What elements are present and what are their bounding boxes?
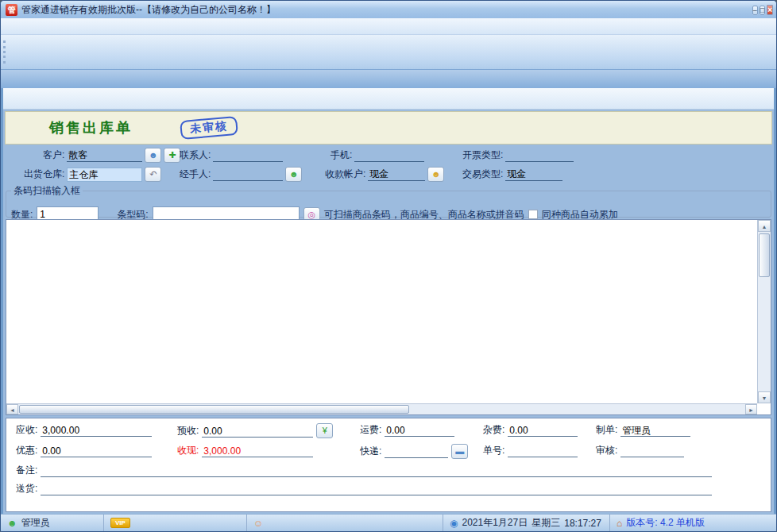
discount-value[interactable]: 0.00 [41,445,152,457]
vertical-scrollbar[interactable]: ▲ ▼ [757,220,771,403]
maximize-button[interactable]: □ [760,6,765,15]
autocombine-checkbox[interactable] [528,210,538,219]
receivable-field: 应收: 3,000.00 [16,423,152,437]
express-value[interactable] [385,445,448,458]
version-text: 版本号: 4.2 单机版 [626,516,705,530]
unaudited-stamp: 未审核 [180,116,238,140]
barcode-panel-legend: 条码扫描输入框 [11,184,83,198]
delivery-field: 送货: [16,482,712,495]
remark-label: 备注: [16,464,37,477]
receivable-value[interactable]: 3,000.00 [41,424,152,437]
home-icon: ⌂ [617,518,622,529]
main-toolbar [1,35,776,70]
customer-label: 客户: [43,148,64,162]
items-grid: ▲ ▼ ◄ ► [6,219,771,415]
invoice-type-label: 开票类型: [462,148,503,162]
statusbar-version: ⌂ 版本号: 4.2 单机版 [610,515,776,531]
tracking-label: 单号: [483,444,504,457]
order-info-panel: 客户: 散客 ☻ ✚ 联系人: 手机: 开票类型: 出货仓库: 主仓库 ↶ [3,145,774,184]
form-header: 销售出库单 未审核 [5,111,772,145]
handler-label: 经手人: [180,168,211,181]
cash-received-value[interactable]: 3,000.00 [202,445,313,457]
vertical-scroll-thumb[interactable] [759,233,770,277]
document-area: 销售出库单 未审核 客户: 散客 ☻ ✚ 联系人: 手机: 开票类型: [1,88,776,514]
invoice-type-input[interactable] [505,148,574,162]
maker-value: 管理员 [620,424,690,437]
discount-label: 优惠: [16,444,37,457]
cash-received-field: 收现: 3,000.00 [177,444,313,457]
delivery-value[interactable] [41,483,712,495]
invoice-type-field: 开票类型: [462,147,574,164]
search-icon: ◎ [307,210,315,219]
express-button[interactable]: ▬ [451,444,468,459]
mobile-field: 手机: [331,147,424,164]
person-icon: ☺ [253,518,263,529]
statusbar-weekday: 星期三 [532,516,560,530]
prepaid-field: 预收: 0.00 ¥ [177,423,333,438]
auditor-field: 审核: [596,444,684,457]
misc-fee-value[interactable]: 0.00 [508,424,578,437]
trade-type-input[interactable]: 现金 [505,168,562,181]
statusbar-vip: VIP [104,515,247,531]
gold-person-icon: ☻ [431,169,441,179]
account-input[interactable]: 现金 [368,168,425,181]
freight-value[interactable]: 0.00 [385,424,454,437]
handler-lookup-button[interactable]: ☻ [285,167,302,182]
document-toolbar [3,88,774,110]
misc-fee-field: 杂费: 0.00 [483,423,578,437]
prepaid-button[interactable]: ¥ [316,423,333,438]
tab-bar [1,70,776,88]
person-check-icon: ☻ [289,169,299,179]
form-title: 销售出库单 [49,118,133,137]
handler-input[interactable] [213,168,283,181]
title-bar: 管 管家通进销存有效期批次版--【请修改为自己的公司名称！】 –□× [1,1,776,18]
globe-icon: ◉ [450,518,458,529]
freight-field: 运费: 0.00 [360,423,454,437]
remark-value[interactable] [41,465,712,477]
warehouse-field: 出货仓库: 主仓库 ↶ [24,166,161,183]
menu-bar [1,18,776,35]
add-customer-button[interactable]: ✚ [164,148,180,163]
tracking-value[interactable] [508,445,578,457]
customer-lookup-button[interactable]: ☻ [145,148,161,163]
vip-icon: VIP [110,518,130,528]
prepaid-label: 预收: [177,424,199,438]
warehouse-lookup-button[interactable]: ↶ [145,167,161,182]
warehouse-input[interactable]: 主仓库 [67,168,142,182]
minimize-button[interactable]: – [752,6,758,15]
trade-type-label: 交易类型: [462,168,503,181]
close-button[interactable]: × [767,5,773,15]
statusbar-datetime: ◉ 2021年1月27日 星期三 18:17:27 [443,515,610,531]
trade-type-field: 交易类型: 现金 [462,166,562,183]
scroll-up-icon[interactable]: ▲ [758,220,771,232]
horizontal-scroll-thumb[interactable] [19,405,409,414]
scroll-right-icon[interactable]: ► [745,404,757,414]
cash-received-label: 收现: [177,444,199,457]
prepaid-value[interactable]: 0.00 [202,425,313,438]
mobile-input[interactable] [354,148,424,162]
lookup-arrow-icon: ↶ [149,169,157,179]
misc-fee-label: 杂费: [483,423,504,437]
card-icon: ▬ [455,446,464,456]
receivable-label: 应收: [16,423,37,437]
window-title: 管家通进销存有效期批次版--【请修改为自己的公司名称！】 [21,3,747,17]
horizontal-scrollbar[interactable]: ◄ ► [6,403,757,414]
app-window: 管 管家通进销存有效期批次版--【请修改为自己的公司名称！】 –□× 销售出库单… [0,0,777,532]
customer-field: 客户: 散客 ☻ ✚ [43,147,180,164]
customer-input[interactable]: 散客 [67,148,142,162]
contact-input[interactable] [213,148,283,162]
barcode-scan-panel: 条码扫描输入框 数量: 条型码: ◎ 可扫描商品条码，商品编号、商品名称或拼音码… [6,184,771,218]
express-field: 快递: ▬ [360,444,468,459]
account-lookup-button[interactable]: ☻ [427,167,444,182]
maker-label: 制单: [596,423,617,437]
scroll-left-icon[interactable]: ◄ [6,404,18,414]
warehouse-label: 出货仓库: [24,168,64,181]
person-icon: ☻ [149,150,158,160]
scroll-down-icon[interactable]: ▼ [758,391,771,403]
statusbar-date: 2021年1月27日 [462,516,528,530]
maker-field: 制单: 管理员 [596,423,690,437]
auditor-value [620,445,684,457]
handler-field: 经手人: ☻ [180,166,302,183]
delivery-label: 送货: [16,482,37,495]
users-icon: ☻ [7,518,17,529]
